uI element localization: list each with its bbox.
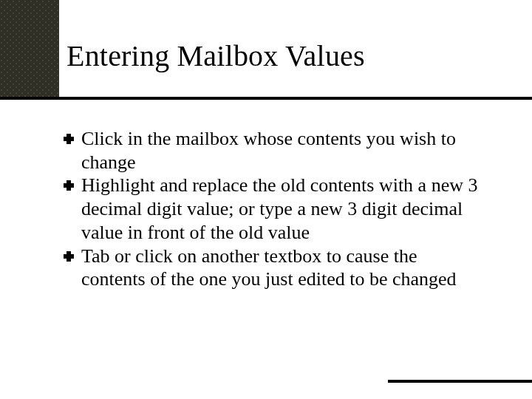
list-item: Tab or click on another textbox to cause…: [64, 245, 485, 291]
bullet-text: Tab or click on another textbox to cause…: [81, 245, 485, 291]
bullet-list: Click in the mailbox whose contents you …: [64, 127, 485, 291]
bullet-text: Highlight and replace the old contents w…: [81, 174, 485, 244]
bullet-icon: [64, 134, 74, 144]
bullet-icon: [64, 251, 74, 262]
title-divider: [0, 97, 532, 100]
page-title: Entering Mailbox Values: [66, 38, 365, 73]
bullet-icon: [64, 180, 74, 191]
list-item: Click in the mailbox whose contents you …: [64, 127, 485, 174]
list-item: Highlight and replace the old contents w…: [64, 174, 485, 244]
decorative-corner-pattern: [0, 0, 59, 100]
bullet-text: Click in the mailbox whose contents you …: [81, 127, 485, 174]
footer-divider: [388, 380, 532, 383]
